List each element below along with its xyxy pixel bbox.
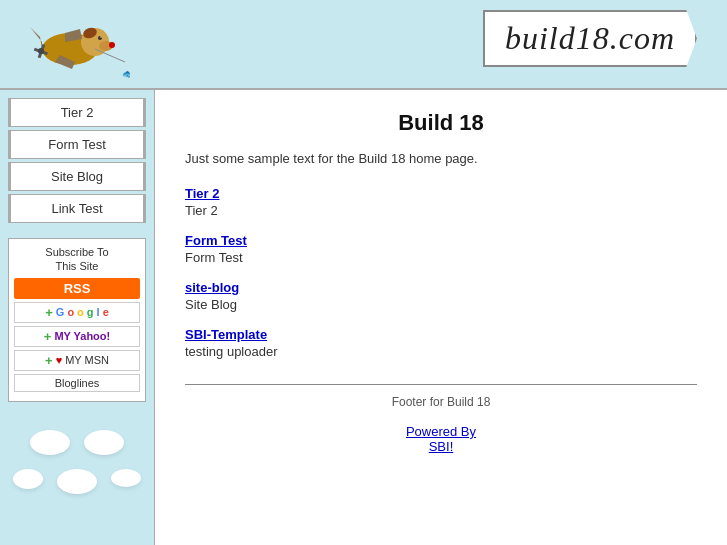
cloud-decoration [111, 469, 141, 487]
cloud-decoration [30, 430, 70, 455]
powered-by-link[interactable]: Powered By SBI! [185, 424, 697, 454]
section-description: Form Test [185, 250, 697, 265]
yahoo-label: MY Yahoo! [54, 330, 110, 342]
cloud-decoration [57, 469, 97, 494]
svg-point-6 [109, 42, 115, 48]
section-description: testing uploader [185, 344, 697, 359]
section-link[interactable]: site-blog [185, 280, 697, 295]
content-section: site-blogSite Blog [185, 280, 697, 312]
sidebar-nav-item[interactable]: Tier 2 [8, 98, 146, 127]
header-plane: 🐟 [10, 7, 130, 82]
main-content: Build 18 Just some sample text for the B… [155, 90, 727, 545]
rss-button[interactable]: RSS [14, 278, 140, 299]
msn-label: MY MSN [65, 354, 109, 366]
footer-text: Footer for Build 18 [185, 395, 697, 409]
content-section: SBI-Templatetesting uploader [185, 327, 697, 359]
svg-point-12 [38, 48, 44, 54]
section-link[interactable]: Tier 2 [185, 186, 697, 201]
section-description: Tier 2 [185, 203, 697, 218]
msn-subscribe-button[interactable]: + ♥ MY MSN [14, 350, 140, 371]
section-description: Site Blog [185, 297, 697, 312]
content-sections: Tier 2Tier 2Form TestForm Testsite-blogS… [185, 186, 697, 359]
cloud-decoration [13, 469, 43, 489]
site-title: build18.com [483, 10, 697, 67]
powered-line1: Powered By [406, 424, 476, 439]
content-section: Form TestForm Test [185, 233, 697, 265]
powered-by: Powered By SBI! [185, 424, 697, 454]
logo-text: build18.com [505, 20, 675, 56]
svg-line-13 [95, 49, 125, 62]
sidebar-decoration [0, 417, 154, 507]
intro-text: Just some sample text for the Build 18 h… [185, 151, 697, 166]
sidebar-nav-item[interactable]: Form Test [8, 130, 146, 159]
cloud-decoration [84, 430, 124, 455]
nav-links: Tier 2Form TestSite BlogLink Test [0, 98, 154, 223]
header: 🐟 build18.com [0, 0, 727, 90]
powered-line2: SBI! [429, 439, 454, 454]
google-subscribe-button[interactable]: + Google [14, 302, 140, 323]
yahoo-subscribe-button[interactable]: + MY Yahoo! [14, 326, 140, 347]
svg-text:🐟: 🐟 [122, 68, 130, 80]
header-logo: build18.com [483, 10, 697, 67]
sidebar-nav-item[interactable]: Site Blog [8, 162, 146, 191]
svg-marker-9 [30, 27, 42, 49]
subscribe-title: Subscribe ToThis Site [14, 245, 140, 274]
content-section: Tier 2Tier 2 [185, 186, 697, 218]
subscribe-box: Subscribe ToThis Site RSS + Google + MY … [8, 238, 146, 402]
section-link[interactable]: Form Test [185, 233, 697, 248]
svg-point-5 [100, 36, 101, 37]
google-label: G [56, 306, 65, 318]
page-title: Build 18 [185, 110, 697, 136]
bloglines-subscribe-button[interactable]: Bloglines [14, 374, 140, 392]
sidebar-nav-item[interactable]: Link Test [8, 194, 146, 223]
sidebar: Tier 2Form TestSite BlogLink Test Subscr… [0, 90, 155, 545]
section-link[interactable]: SBI-Template [185, 327, 697, 342]
footer-divider [185, 384, 697, 385]
bloglines-label: Bloglines [55, 377, 100, 389]
